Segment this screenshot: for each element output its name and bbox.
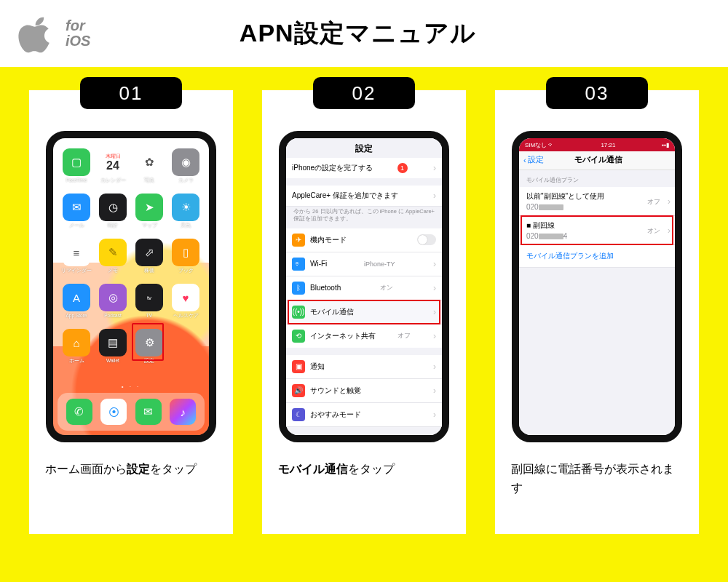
row-value: オフ (647, 196, 660, 206)
row-airplane[interactable]: ✈ 機内モード (286, 228, 442, 252)
row-label: iPhoneの設定を完了する (292, 163, 373, 173)
clock-icon[interactable]: ◷時計 (99, 194, 127, 221)
empty-slot (168, 329, 203, 370)
section-header: モバイル通信プラン (519, 170, 675, 187)
notes-icon[interactable]: ✎メモ (99, 239, 127, 266)
row-add-plan[interactable]: モバイル通信プランを追加 (519, 245, 675, 268)
wallet-icon[interactable]: ▤Wallet (99, 329, 127, 356)
row-dnd[interactable]: ☾ おやすみモード › (286, 403, 442, 427)
back-button[interactable]: ‹設定 (523, 154, 544, 165)
chevron-right-icon: › (433, 410, 436, 420)
row-label: 機内モード (310, 235, 347, 245)
masked-number-icon (539, 204, 563, 210)
chevron-right-icon: › (433, 362, 436, 372)
toggle-off-icon[interactable] (417, 234, 436, 245)
row-cellular[interactable]: ((•)) モバイル通信 › (286, 300, 442, 324)
row-value: iPhone-TY (364, 260, 395, 268)
steps-area: 01 ▢FaceTime 木曜日 24 カレンダー ✿写真 (0, 67, 728, 582)
applecare-note: 今から 26 日以内であれば、この iPhone に AppleCare+ 保証… (286, 207, 442, 228)
row-wifi[interactable]: �троп ᯤ Wi-Fi iPhone-TY › (286, 252, 442, 276)
row-label: サウンドと触覚 (310, 386, 361, 396)
maps-icon[interactable]: ➤マップ (135, 194, 163, 221)
app-label: ホーム (57, 358, 96, 364)
music-icon[interactable]: ♪ (170, 399, 196, 425)
hotspot-icon: ⟲ (292, 330, 305, 343)
app-label: Podcast (93, 313, 132, 318)
row-sound[interactable]: 🔊 サウンドと触覚 › (286, 379, 442, 403)
camera-icon[interactable]: ◉カメラ (172, 148, 199, 176)
row-label: AppleCare+ 保証を追加できます (292, 191, 398, 201)
link-label: モバイル通信プランを追加 (526, 252, 614, 260)
step-number-03: 03 (546, 77, 648, 109)
dock: ✆ ⦿ ✉ ♪ (58, 393, 205, 431)
chevron-right-icon: › (668, 226, 670, 236)
step-number-02: 02 (313, 77, 415, 109)
health-icon[interactable]: ♥ヘルスケア (172, 284, 199, 311)
plan-number: 0204 (526, 232, 567, 240)
row-bluetooth[interactable]: ᛒ Bluetooth オン › (286, 276, 442, 300)
step-card-01: 01 ▢FaceTime 木曜日 24 カレンダー ✿写真 (29, 90, 233, 534)
app-label: カレンダー (93, 178, 132, 184)
app-label: マップ (130, 223, 169, 229)
ios-home-screen: ▢FaceTime 木曜日 24 カレンダー ✿写真 ◉カメラ ✉メール ◷時計… (53, 138, 209, 435)
status-carrier-text: SIMなし (525, 142, 547, 148)
row-notifications[interactable]: ▣ 通知 › (286, 355, 442, 379)
chevron-left-icon: ‹ (523, 156, 526, 164)
row-value: オフ (397, 331, 411, 340)
row-hotspot[interactable]: ⟲ インターネット共有 オフ › (286, 324, 442, 348)
ios-text: iOS (66, 33, 90, 49)
facetime-icon[interactable]: ▢FaceTime (63, 148, 90, 176)
phone-mock-01: ▢FaceTime 木曜日 24 カレンダー ✿写真 ◉カメラ ✉メール ◷時計… (46, 131, 216, 442)
sound-icon: 🔊 (292, 384, 305, 397)
row-label: モバイル通信 (310, 307, 354, 317)
num-prefix: 020 (526, 203, 539, 211)
app-label: ヘルスケア (166, 313, 205, 319)
weather-icon[interactable]: ☀天気 (172, 194, 199, 221)
row-plan-secondary[interactable]: ■ 副回線 0204 オン › (519, 216, 675, 245)
app-label: メール (57, 223, 96, 229)
app-label: App Store (57, 313, 96, 318)
row-finish-setup[interactable]: iPhoneの設定を完了する 1 › (286, 158, 442, 178)
back-label: 設定 (528, 154, 544, 165)
books-icon[interactable]: ▯ブック (172, 239, 199, 266)
app-label: カメラ (166, 178, 205, 184)
tv-icon[interactable]: tvTV (135, 284, 163, 311)
num-suffix: 4 (563, 232, 568, 240)
moon-icon: ☾ (292, 408, 305, 421)
step-number-01: 01 (80, 77, 182, 109)
for-ios-label: for iOS (66, 18, 90, 49)
step-card-02: 02 設定 iPhoneの設定を完了する 1 › AppleCare+ 保証を追… (262, 90, 466, 534)
podcast-icon[interactable]: ◎Podcast (99, 284, 127, 311)
caption-text: をタップ (348, 463, 395, 475)
row-label: 通知 (310, 362, 325, 372)
plan-title: ■ 副回線 (526, 220, 555, 231)
page-title: APN設定マニュアル (90, 17, 712, 50)
step-card-03: 03 SIMなし ᯤ 17:21 ▪▪▮ ‹設定 モバイル通信 モバイル通信プラ… (495, 90, 699, 534)
status-battery-icon: ▪▪▮ (662, 142, 669, 148)
calendar-icon[interactable]: 木曜日 24 カレンダー (99, 148, 127, 176)
app-label: Wallet (93, 358, 132, 363)
bell-icon: ▣ (292, 360, 305, 373)
row-applecare[interactable]: AppleCare+ 保証を追加できます › (286, 186, 442, 207)
page-dots-icon: • · · (53, 383, 209, 390)
header: for iOS APN設定マニュアル (0, 0, 728, 67)
caption-text: をタップ (150, 463, 197, 475)
home-app-icon[interactable]: ⌂ホーム (63, 329, 90, 356)
row-value: オン (380, 283, 393, 292)
screen-title: モバイル通信 (544, 154, 670, 165)
messages-icon[interactable]: ✉ (135, 399, 162, 425)
caption-bold: モバイル通信 (278, 463, 348, 475)
photos-icon[interactable]: ✿写真 (135, 148, 163, 176)
phone-app-icon[interactable]: ✆ (66, 399, 92, 425)
chevron-right-icon: › (433, 163, 436, 173)
safari-icon[interactable]: ⦿ (100, 399, 127, 425)
appstore-icon[interactable]: AApp Store (63, 284, 90, 311)
plan-number: 020 (526, 203, 563, 211)
row-label: Bluetooth (310, 284, 341, 292)
chevron-right-icon: › (668, 196, 670, 207)
stocks-icon[interactable]: ⬀株価 (135, 239, 163, 266)
mail-icon[interactable]: ✉メール (63, 194, 90, 221)
for-text: for (66, 18, 90, 33)
reminders-icon[interactable]: ≡リマインダー (63, 239, 90, 266)
row-plan-previous[interactable]: 以前"副回線"として使用 020 オフ › (519, 187, 675, 216)
